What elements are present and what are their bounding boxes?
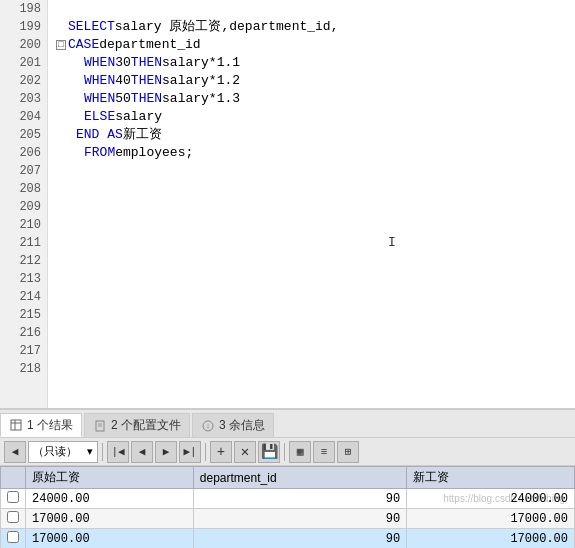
- cell-r1-c0: 17000.00: [26, 509, 194, 529]
- toolbar-btn-delete[interactable]: ✕: [234, 441, 256, 463]
- cell-r1-c2: 17000.00: [407, 509, 575, 529]
- bottom-panel: 1 个结果2 个配置文件i3 余信息 ◀ （只读） ▾ |◀ ◀ ▶ ▶| + …: [0, 408, 575, 548]
- code-line-210: [56, 216, 575, 234]
- line-num-211: 211: [0, 234, 47, 252]
- code-line-206: FROM employees;: [56, 144, 575, 162]
- readonly-dropdown[interactable]: （只读） ▾: [28, 441, 98, 463]
- checkbox-input-2[interactable]: [7, 531, 19, 543]
- checkbox-input-1[interactable]: [7, 511, 19, 523]
- svg-rect-0: [11, 420, 21, 430]
- line-num-198: 198: [0, 0, 47, 18]
- table-row: 17000.009017000.00: [1, 529, 575, 549]
- code-line-213: [56, 270, 575, 288]
- cell-r2-c1: 90: [193, 529, 406, 549]
- line-num-202: 202: [0, 72, 47, 90]
- toolbar-btn-save[interactable]: 💾: [258, 441, 280, 463]
- code-line-201: WHEN 30 THEN salary*1.1: [56, 54, 575, 72]
- code-line-214: [56, 288, 575, 306]
- cell-r2-c0: 17000.00: [26, 529, 194, 549]
- tab-label-result: 1 个结果: [27, 417, 73, 434]
- row-checkbox-2[interactable]: [1, 529, 26, 549]
- col-header-0: [1, 467, 26, 489]
- toolbar-btn-detail[interactable]: ⊞: [337, 441, 359, 463]
- toolbar-row: ◀ （只读） ▾ |◀ ◀ ▶ ▶| + ✕ 💾 ▦ ≡ ⊞: [0, 438, 575, 466]
- code-line-215: [56, 306, 575, 324]
- line-num-217: 217: [0, 342, 47, 360]
- line-numbers: 1981992002012022032042052062072082092102…: [0, 0, 48, 408]
- cell-r0-c0: 24000.00: [26, 489, 194, 509]
- table-row: 17000.009017000.00: [1, 509, 575, 529]
- tab-label-config: 2 个配置文件: [111, 417, 181, 434]
- text-cursor: I: [388, 234, 396, 252]
- cell-r1-c1: 90: [193, 509, 406, 529]
- row-checkbox-0[interactable]: [1, 489, 26, 509]
- line-num-208: 208: [0, 180, 47, 198]
- toolbar-separator-1: [102, 443, 103, 461]
- col-header-1: 原始工资: [26, 467, 194, 489]
- toolbar-btn-add[interactable]: +: [210, 441, 232, 463]
- expand-icon-200[interactable]: □: [56, 40, 66, 50]
- dropdown-arrow: ▾: [87, 445, 93, 458]
- toolbar-btn-prev[interactable]: ◀: [131, 441, 153, 463]
- tab-config[interactable]: 2 个配置文件: [84, 413, 190, 437]
- line-num-216: 216: [0, 324, 47, 342]
- tab-icon-info: i: [201, 419, 215, 433]
- code-line-209: [56, 198, 575, 216]
- code-line-200: □CASE department_id: [56, 36, 575, 54]
- line-num-206: 206: [0, 144, 47, 162]
- tab-label-info: 3 余信息: [219, 417, 265, 434]
- code-line-203: WHEN 50 THEN salary*1.3: [56, 90, 575, 108]
- toolbar-btn-first[interactable]: |◀: [107, 441, 129, 463]
- line-num-204: 204: [0, 108, 47, 126]
- tab-icon-table: [9, 418, 23, 432]
- toolbar-btn-nav[interactable]: ◀: [4, 441, 26, 463]
- code-line-204: ELSE salary: [56, 108, 575, 126]
- code-line-199: SELECT salary 原始工资,department_id,: [56, 18, 575, 36]
- line-num-205: 205: [0, 126, 47, 144]
- tab-icon-file: [93, 419, 107, 433]
- line-num-213: 213: [0, 270, 47, 288]
- code-line-198: [56, 0, 575, 18]
- data-table-container: 原始工资department_id新工资 24000.009024000.001…: [0, 466, 575, 548]
- checkbox-input-0[interactable]: [7, 491, 19, 503]
- tab-info[interactable]: i3 余信息: [192, 413, 274, 437]
- watermark: https://blog.csdn.net/ifubing: [443, 493, 565, 504]
- code-line-218: [56, 360, 575, 378]
- code-line-208: [56, 180, 575, 198]
- line-num-215: 215: [0, 306, 47, 324]
- svg-text:i: i: [207, 423, 209, 430]
- cell-r2-c2: 17000.00: [407, 529, 575, 549]
- tab-result[interactable]: 1 个结果: [0, 413, 82, 437]
- row-checkbox-1[interactable]: [1, 509, 26, 529]
- toolbar-btn-list[interactable]: ≡: [313, 441, 335, 463]
- results-table: 原始工资department_id新工资 24000.009024000.001…: [0, 466, 575, 548]
- toolbar-separator-2: [205, 443, 206, 461]
- line-num-218: 218: [0, 360, 47, 378]
- col-header-2: department_id: [193, 467, 406, 489]
- code-line-217: [56, 342, 575, 360]
- code-line-212: [56, 252, 575, 270]
- app-container: 1981992002012022032042052062072082092102…: [0, 0, 575, 548]
- toolbar-btn-last[interactable]: ▶|: [179, 441, 201, 463]
- toolbar-btn-next[interactable]: ▶: [155, 441, 177, 463]
- toolbar-separator-3: [284, 443, 285, 461]
- code-line-205: END AS 新工资: [56, 126, 575, 144]
- line-num-200: 200: [0, 36, 47, 54]
- table-header-row: 原始工资department_id新工资: [1, 467, 575, 489]
- line-num-212: 212: [0, 252, 47, 270]
- line-num-207: 207: [0, 162, 47, 180]
- code-editor: 1981992002012022032042052062072082092102…: [0, 0, 575, 408]
- line-num-203: 203: [0, 90, 47, 108]
- cell-r0-c1: 90: [193, 489, 406, 509]
- code-line-216: [56, 324, 575, 342]
- toolbar-btn-grid[interactable]: ▦: [289, 441, 311, 463]
- col-header-3: 新工资: [407, 467, 575, 489]
- line-num-209: 209: [0, 198, 47, 216]
- tabs-bar: 1 个结果2 个配置文件i3 余信息: [0, 410, 575, 438]
- line-num-210: 210: [0, 216, 47, 234]
- code-line-211: I: [56, 234, 575, 252]
- code-line-202: WHEN 40 THEN salary*1.2: [56, 72, 575, 90]
- line-num-199: 199: [0, 18, 47, 36]
- code-area[interactable]: SELECT salary 原始工资,department_id,□CASE d…: [48, 0, 575, 408]
- line-num-201: 201: [0, 54, 47, 72]
